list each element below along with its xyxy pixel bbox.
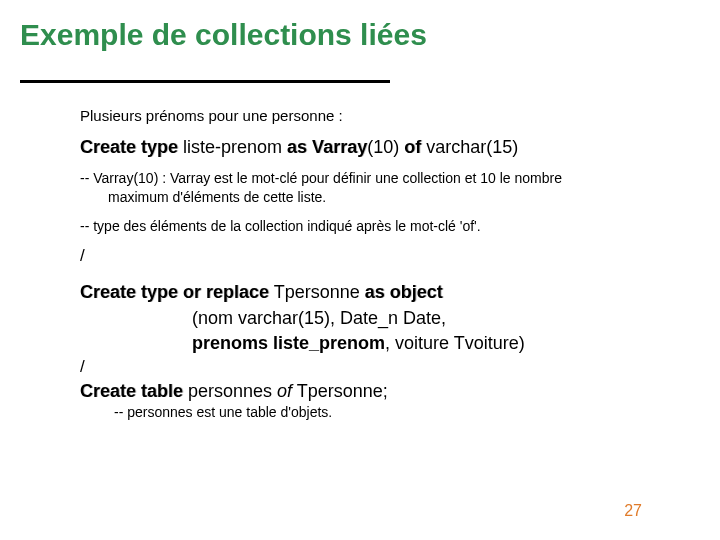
comment-table: -- personnes est une table d'objets. — [80, 404, 690, 420]
content-area: Plusieurs prénoms pour une personne : Cr… — [20, 107, 700, 420]
keyword-create-type-or-replace: Create type or replace — [80, 282, 269, 302]
create-type-object-statement: Create type or replace Tpersonne as obje… — [80, 280, 690, 304]
divider — [20, 80, 390, 83]
comment-line1: -- Varray(10) : Varray est le mot-clé po… — [80, 170, 562, 186]
object-fields-line2: prenoms liste_prenom, voiture Tvoiture) — [80, 331, 690, 355]
keyword-of: of — [404, 137, 421, 157]
object-fields-line1: (nom varchar(15), Date_n Date, — [80, 306, 690, 330]
comment-of: -- type des éléments de la collection in… — [80, 217, 690, 236]
keyword-as-varray: as Varray — [287, 137, 367, 157]
prenoms-field: prenoms liste_prenom — [192, 333, 385, 353]
keyword-as-object: as object — [365, 282, 443, 302]
slash-terminator-1: / — [80, 246, 690, 266]
keyword-of-table: of — [277, 381, 292, 401]
type-name: liste-prenom — [178, 137, 287, 157]
slide: Exemple de collections liées Plusieurs p… — [0, 0, 720, 540]
keyword-create-table: Create table — [80, 381, 183, 401]
comment-varray: -- Varray(10) : Varray est le mot-clé po… — [80, 169, 690, 207]
varray-size: (10) — [367, 137, 404, 157]
table-name: personnes — [183, 381, 277, 401]
slash-terminator-2: / — [80, 357, 690, 377]
remaining-fields: , voiture Tvoiture) — [385, 333, 525, 353]
object-type-name: Tpersonne — [269, 282, 365, 302]
intro-text: Plusieurs prénoms pour une personne : — [80, 107, 690, 124]
datatype: varchar(15) — [421, 137, 518, 157]
page-number: 27 — [624, 502, 642, 520]
keyword-create-type: Create type — [80, 137, 178, 157]
table-type: Tpersonne; — [292, 381, 388, 401]
create-type-statement: Create type liste-prenom as Varray(10) o… — [80, 136, 690, 159]
slide-title: Exemple de collections liées — [20, 18, 700, 52]
create-table-statement: Create table personnes of Tpersonne; — [80, 381, 690, 402]
comment-line2: maximum d'éléments de cette liste. — [80, 188, 690, 207]
